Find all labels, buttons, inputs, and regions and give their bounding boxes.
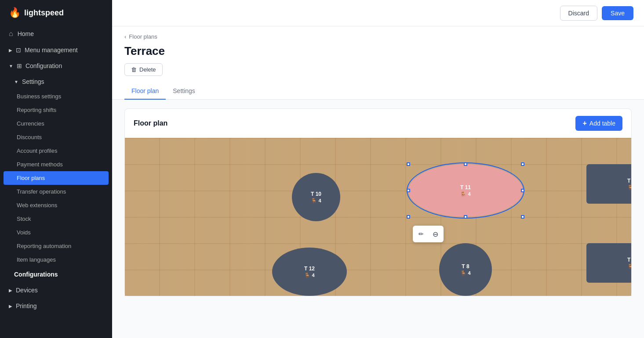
table-label-t10: T 10	[311, 191, 321, 197]
sidebar-item-configuration[interactable]: ▼ ⊞ Configuration	[0, 58, 112, 74]
logo-text: lightspeed	[24, 8, 64, 18]
edit-table-button[interactable]: ✏	[415, 227, 428, 241]
table-t14[interactable]: T 14 🪑 8	[586, 164, 631, 204]
resize-handle-tr[interactable]	[521, 162, 524, 166]
table-label-t11: T 11	[460, 184, 471, 191]
table-label-t15: T 15	[627, 257, 631, 263]
context-toolbar: ✏ ⊖	[413, 226, 444, 242]
resize-handle-mr[interactable]	[521, 189, 524, 192]
sidebar-devices-label: Devices	[16, 287, 38, 294]
table-seats-t12: 🪑 4	[304, 273, 314, 278]
table-seats-t14: 🪑 8	[627, 185, 631, 191]
logo: 🔥 lightspeed	[0, 0, 112, 25]
sidebar-item-web-extensions[interactable]: Web extensions	[0, 198, 112, 212]
breadcrumb: ‹ Floor plans	[124, 33, 632, 40]
table-seats-t10: 🪑 4	[311, 198, 321, 204]
add-table-button[interactable]: + Add table	[575, 116, 622, 131]
sidebar-item-settings[interactable]: ▼ Settings	[0, 74, 112, 90]
breadcrumb-chevron-icon: ‹	[124, 33, 126, 40]
page-header: ‹ Floor plans Terrace 🗑 Delete Floor pla…	[112, 26, 644, 100]
sidebar-item-currencies[interactable]: Currencies	[0, 117, 112, 130]
chair-icon: 🪑	[627, 185, 631, 191]
sidebar: 🔥 lightspeed ⌂ Home ▶ ⊡ Menu management …	[0, 0, 112, 338]
chevron-right-devices-icon: ▶	[9, 288, 12, 293]
plus-icon: +	[582, 119, 586, 127]
sidebar-printing-label: Printing	[16, 302, 36, 309]
sidebar-item-discounts[interactable]: Discounts	[0, 130, 112, 144]
page-actions: 🗑 Delete	[124, 63, 632, 76]
delete-button[interactable]: 🗑 Delete	[124, 63, 163, 76]
chair-icon: 🪑	[311, 198, 317, 204]
table-t8[interactable]: T 8 🪑 4	[439, 243, 492, 296]
floor-plan-section: Floor plan + Add table T 10 🪑 4 T 11 🪑 4…	[124, 108, 632, 296]
discard-button[interactable]: Discard	[560, 6, 597, 21]
menu-icon: ⊡	[16, 47, 21, 54]
sidebar-item-transfer-operations[interactable]: Transfer operations	[0, 185, 112, 198]
chair-icon: 🪑	[460, 191, 466, 197]
table-seats-t15: 🪑 8	[627, 264, 631, 270]
sidebar-item-printing[interactable]: ▶ Printing	[0, 298, 112, 314]
breadcrumb-link[interactable]: Floor plans	[129, 33, 157, 40]
resize-handle-bc[interactable]	[464, 215, 467, 219]
resize-handle-tc[interactable]	[464, 162, 467, 166]
sidebar-item-voids[interactable]: Voids	[0, 226, 112, 239]
table-label-t12: T 12	[304, 266, 315, 272]
sidebar-item-business-settings[interactable]: Business settings	[0, 90, 112, 103]
sidebar-item-configurations[interactable]: Configurations	[0, 266, 112, 282]
table-t12[interactable]: T 12 🪑 4	[272, 248, 347, 296]
table-label-t14: T 14	[627, 178, 631, 184]
sidebar-item-menu-management[interactable]: ▶ ⊡ Menu management	[0, 42, 112, 58]
config-icon: ⊞	[17, 62, 22, 69]
resize-handle-tl[interactable]	[407, 162, 410, 166]
chevron-right-icon: ▶	[9, 48, 12, 53]
sidebar-item-floor-plans[interactable]: Floor plans	[4, 171, 109, 185]
chair-icon: 🪑	[460, 270, 466, 276]
tab-settings[interactable]: Settings	[166, 83, 202, 100]
remove-table-button[interactable]: ⊖	[429, 227, 442, 241]
page-title: Terrace	[124, 44, 632, 58]
table-t11[interactable]: T 11 🪑 4	[408, 164, 523, 217]
chair-icon: 🪑	[304, 273, 310, 278]
trash-icon: 🗑	[131, 66, 137, 73]
resize-handle-br[interactable]	[521, 215, 524, 219]
table-label-t8: T 8	[462, 263, 469, 270]
chair-icon: 🪑	[627, 264, 631, 270]
floor-plan-title: Floor plan	[134, 119, 167, 127]
sidebar-item-home[interactable]: ⌂ Home	[0, 25, 112, 42]
sidebar-item-payment-methods[interactable]: Payment methods	[0, 158, 112, 171]
resize-handle-bl[interactable]	[407, 215, 410, 219]
sidebar-configurations-label: Configurations	[14, 271, 58, 278]
sidebar-item-stock[interactable]: Stock	[0, 212, 112, 226]
save-button[interactable]: Save	[602, 6, 633, 20]
sidebar-item-reporting-automation[interactable]: Reporting automation	[0, 239, 112, 253]
sidebar-settings-label: Settings	[22, 78, 44, 85]
sidebar-item-item-languages[interactable]: Item languages	[0, 253, 112, 266]
page-content: ‹ Floor plans Terrace 🗑 Delete Floor pla…	[112, 26, 644, 338]
chevron-down-config-icon: ▼	[9, 64, 13, 68]
sidebar-config-label: Configuration	[25, 62, 62, 69]
table-seats-t11: 🪑 4	[460, 191, 470, 197]
table-seats-t8: 🪑 4	[460, 270, 470, 276]
chevron-right-printing-icon: ▶	[9, 304, 12, 309]
sidebar-home-label: Home	[18, 30, 34, 37]
topbar: Discard Save	[112, 0, 644, 26]
floor-canvas[interactable]: T 10 🪑 4 T 11 🪑 4 T 14 🪑 8 T 12 🪑 4 T 8 …	[125, 138, 631, 296]
sidebar-item-account-profiles[interactable]: Account profiles	[0, 144, 112, 158]
tab-floor-plan[interactable]: Floor plan	[124, 83, 166, 100]
chevron-down-settings-icon: ▼	[14, 79, 18, 84]
table-t15[interactable]: T 15 🪑 8	[586, 243, 631, 283]
main-content: Discard Save ‹ Floor plans Terrace 🗑 Del…	[112, 0, 644, 338]
table-t10[interactable]: T 10 🪑 4	[292, 173, 340, 221]
tabs: Floor plan Settings	[124, 83, 632, 99]
floor-plan-header: Floor plan + Add table	[125, 109, 631, 138]
sidebar-item-devices[interactable]: ▶ Devices	[0, 282, 112, 298]
logo-icon: 🔥	[9, 7, 21, 18]
sidebar-item-reporting-shifts[interactable]: Reporting shifts	[0, 103, 112, 117]
sidebar-menu-label: Menu management	[25, 47, 78, 54]
home-icon: ⌂	[9, 30, 13, 38]
resize-handle-ml[interactable]	[407, 189, 410, 192]
